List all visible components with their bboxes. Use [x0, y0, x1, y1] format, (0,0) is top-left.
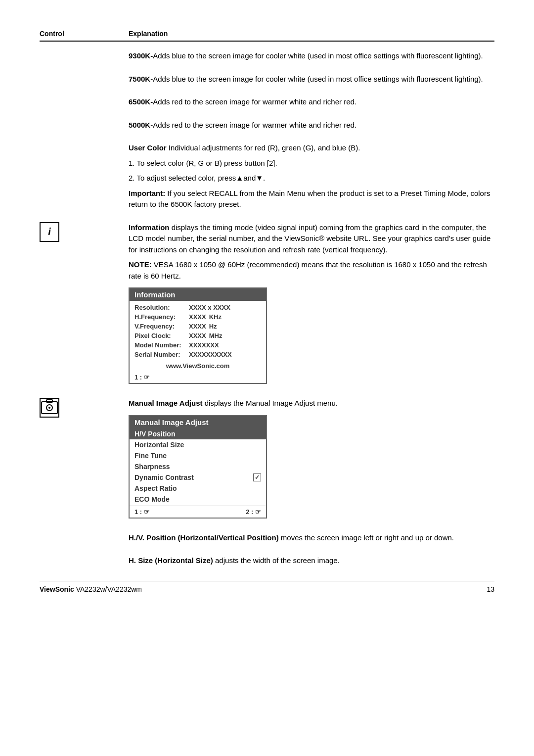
mia-item-label-hsize: Horizontal Size	[134, 441, 184, 449]
mia-box-title: Manual Image Adjust	[130, 416, 266, 428]
information-box: Information Resolution: XXXX x XXXX H.Fr…	[129, 287, 267, 384]
info-row-resolution: Resolution: XXXX x XXXX	[134, 303, 261, 312]
explanation-hv-desc: H./V. Position (Horizontal/Vertical Posi…	[129, 532, 494, 548]
info-row-hfreq: H.Frequency: XXXX KHz	[134, 312, 261, 322]
svg-point-3	[48, 407, 50, 409]
info-box-table: Resolution: XXXX x XXXX H.Frequency: XXX…	[130, 301, 266, 361]
info-model-value: XXXXXXX	[189, 341, 219, 349]
hv-position-bold: H./V. Position (Horizontal/Vertical Posi…	[129, 533, 279, 542]
info-box-title: Information	[130, 288, 266, 301]
explanation-user-color: User Color Individual adjustments for re…	[129, 142, 494, 214]
info-website: www.ViewSonic.com	[130, 361, 266, 372]
user-color-desc: Individual adjustments for red (R), gree…	[167, 143, 360, 152]
explanation-information: Information displays the timing mode (vi…	[129, 222, 494, 390]
k6500-bold: 6500K-	[129, 97, 153, 106]
info-vfreq-unit: Hz	[209, 323, 217, 330]
mia-item-finetune[interactable]: Fine Tune	[130, 450, 266, 461]
mia-item-hvposition[interactable]: H/V Position	[130, 428, 266, 439]
info-vfreq-value: XXXX	[189, 323, 206, 330]
info-serial-label: Serial Number:	[134, 351, 189, 358]
h-size-text: adjusts the width of the screen image.	[213, 556, 340, 565]
k6500-text: Adds red to the screen image for warmer …	[153, 97, 356, 106]
k9300-text: Adds blue to the screen image for cooler…	[153, 51, 483, 60]
control-col-mia	[40, 398, 129, 418]
info-row-serial: Serial Number: XXXXXXXXXX	[134, 350, 261, 359]
explanation-5000k: 5000K-Adds red to the screen image for w…	[129, 120, 494, 135]
header-control: Control	[40, 30, 129, 38]
info-icon-box: i	[40, 222, 59, 242]
info-pixelclock-unit: MHz	[209, 332, 222, 339]
row-6500k: 6500K-Adds red to the screen image for w…	[40, 96, 494, 112]
control-col-info: i	[40, 222, 129, 242]
mia-item-aspectratio[interactable]: Aspect Ratio	[130, 483, 266, 494]
k7500-text: Adds blue to the screen image for cooler…	[153, 75, 483, 83]
k5000-bold: 5000K-	[129, 121, 153, 129]
user-color-important-text: If you select RECALL from the Main Menu …	[129, 189, 490, 209]
footer-page: 13	[487, 585, 494, 593]
footer-model: VA2232w/VA2232wm	[76, 585, 142, 593]
page-footer: ViewSonic VA2232w/VA2232wm 13	[40, 581, 494, 593]
info-row-model: Model Number: XXXXXXX	[134, 340, 261, 350]
mia-bold: Manual Image Adjust	[129, 399, 202, 407]
info-pixelclock-value: XXXX	[189, 332, 206, 339]
mia-item-sharpness[interactable]: Sharpness	[130, 461, 266, 472]
explanation-9300k: 9300K-Adds blue to the screen image for …	[129, 50, 494, 66]
row-information: i Information displays the timing mode (…	[40, 222, 494, 390]
k7500-bold: 7500K-	[129, 75, 153, 83]
mia-box: Manual Image Adjust H/V Position Horizon…	[129, 415, 267, 519]
info-hfreq-label: H.Frequency:	[134, 313, 189, 321]
k5000-text: Adds red to the screen image for warmer …	[153, 121, 356, 129]
user-color-title: User Color	[129, 143, 167, 152]
mia-item-label-ecomode: ECO Mode	[134, 495, 170, 503]
row-mia: Manual Image Adjust displays the Manual …	[40, 398, 494, 524]
row-9300k: 9300K-Adds blue to the screen image for …	[40, 50, 494, 66]
mia-item-label-sharpness: Sharpness	[134, 463, 170, 471]
info-row-vfreq: V.Frequency: XXXX Hz	[134, 322, 261, 331]
information-bold: Information	[129, 223, 170, 232]
mia-desc: displays the Manual Image Adjust menu.	[202, 399, 338, 407]
hv-position-text: moves the screen image left or right and…	[279, 533, 454, 542]
footer-brand-model: ViewSonic VA2232w/VA2232wm	[40, 585, 142, 593]
info-row-pixelclock: Pixel Clock: XXXX MHz	[134, 331, 261, 340]
h-size-bold: H. Size (Horizontal Size)	[129, 556, 213, 565]
explanation-mia: Manual Image Adjust displays the Manual …	[129, 398, 494, 524]
info-pixelclock-label: Pixel Clock:	[134, 332, 189, 339]
svg-rect-1	[46, 400, 52, 402]
info-icon: i	[48, 226, 51, 237]
info-hfreq-unit: KHz	[209, 313, 222, 321]
info-resolution-value: XXXX x XXXX	[189, 304, 230, 311]
mia-item-ecomode[interactable]: ECO Mode	[130, 494, 266, 505]
page: Control Explanation 9300K-Adds blue to t…	[0, 0, 534, 608]
user-color-important-bold: Important:	[129, 189, 165, 197]
row-hsize-desc: H. Size (Horizontal Size) adjusts the wi…	[40, 555, 494, 570]
info-nav: 1 : ☞	[130, 372, 266, 383]
mia-item-label-dyncontrast: Dynamic Contrast	[134, 473, 194, 481]
mia-box-nav: 1 : ☞ 2 : ☞	[130, 506, 266, 518]
k9300-bold: 9300K-	[129, 51, 153, 60]
info-hfreq-value: XXXX	[189, 313, 206, 321]
mia-item-label-aspectratio: Aspect Ratio	[134, 484, 177, 492]
explanation-hsize-desc: H. Size (Horizontal Size) adjusts the wi…	[129, 555, 494, 570]
header-explanation: Explanation	[129, 30, 168, 38]
mia-item-dyncontrast[interactable]: Dynamic Contrast ✓	[130, 472, 266, 483]
mia-nav-right: 2 : ☞	[246, 508, 261, 516]
mia-item-label-finetune: Fine Tune	[134, 452, 167, 460]
info-vfreq-label: V.Frequency:	[134, 323, 189, 330]
row-7500k: 7500K-Adds blue to the screen image for …	[40, 74, 494, 89]
info-model-label: Model Number:	[134, 341, 189, 349]
info-resolution-label: Resolution:	[134, 304, 189, 311]
dynamic-contrast-checkbox[interactable]: ✓	[253, 473, 261, 481]
mia-item-hsize[interactable]: Horizontal Size	[130, 439, 266, 450]
camera-adjust-icon	[41, 399, 58, 417]
row-hv-desc: H./V. Position (Horizontal/Vertical Posi…	[40, 532, 494, 548]
row-user-color: User Color Individual adjustments for re…	[40, 142, 494, 214]
explanation-7500k: 7500K-Adds blue to the screen image for …	[129, 74, 494, 89]
info-serial-value: XXXXXXXXXX	[189, 351, 232, 358]
explanation-6500k: 6500K-Adds red to the screen image for w…	[129, 96, 494, 112]
table-header: Control Explanation	[40, 30, 494, 42]
user-color-step1: 1. To select color (R, G or B) press but…	[129, 159, 277, 167]
mia-icon-box	[40, 398, 59, 418]
mia-item-label-hvposition: H/V Position	[134, 430, 175, 438]
information-desc: displays the timing mode (video signal i…	[129, 223, 490, 254]
info-note-bold: NOTE:	[129, 260, 152, 269]
